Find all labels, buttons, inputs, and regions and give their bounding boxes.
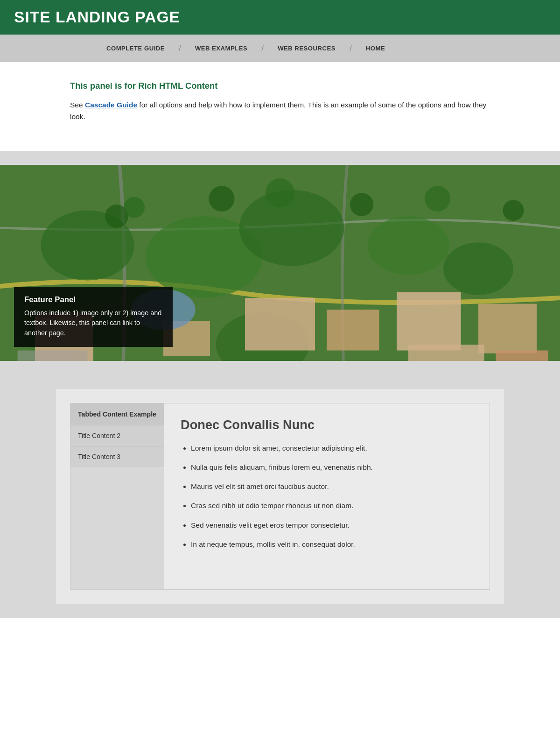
nav-wrapper: COMPLETE GUIDE / WEB EXAMPLES / WEB RESO… [0,35,560,62]
svg-rect-12 [327,310,379,351]
list-item: Sed venenatis velit eget eros tempor con… [191,520,473,530]
tab-item-content-2[interactable]: Title Content 2 [70,425,164,446]
svg-point-26 [503,200,524,221]
nav-divider-2: / [260,43,265,53]
tab-content-title: Donec Convallis Nunc [181,417,473,432]
tab-group-label: Tabbed Content Example [70,403,164,425]
svg-point-24 [350,193,373,216]
list-item: Mauris vel elit sit amet orci faucibus a… [191,481,473,492]
main-content: This panel is for Rich HTML Content See … [56,62,504,151]
list-item: Nulla quis felis aliquam, finibus lorem … [191,462,473,473]
tab-content-list: Lorem ipsum dolor sit amet, consectetur … [181,443,473,550]
rich-panel-text: See Cascade Guide for all options and he… [70,99,490,123]
nav-item-web-examples[interactable]: WEB EXAMPLES [182,35,260,62]
nav-bar: COMPLETE GUIDE / WEB EXAMPLES / WEB RESO… [93,35,467,62]
nav-item-home[interactable]: HOME [353,35,398,62]
tab-sidebar: Tabbed Content Example Title Content 2 T… [70,403,164,589]
feature-panel-body: Options include 1) image only or 2) imag… [24,308,162,339]
tabbed-outer: Tabbed Content Example Title Content 2 T… [56,389,504,604]
svg-rect-15 [408,345,484,361]
feature-panel-title: Feature Panel [24,295,162,304]
nav-divider-1: / [178,43,182,53]
nav-item-web-resources[interactable]: WEB RESOURCES [265,35,349,62]
tabbed-layout: Tabbed Content Example Title Content 2 T… [70,403,490,590]
tabbed-section-outer: Tabbed Content Example Title Content 2 T… [0,375,560,618]
svg-point-25 [425,186,450,212]
site-title: SITE LANDING PAGE [14,8,180,26]
feature-image: Feature Panel Options include 1) image o… [0,165,560,361]
svg-point-5 [443,242,513,295]
svg-rect-18 [18,350,88,361]
cascade-guide-link[interactable]: Cascade Guide [85,101,137,109]
rich-panel-title: This panel is for Rich HTML Content [70,81,490,91]
svg-rect-13 [397,292,461,350]
svg-point-22 [209,186,235,212]
list-item: Lorem ipsum dolor sit amet, consectetur … [191,443,473,453]
nav-divider-3: / [349,43,353,53]
svg-point-23 [266,178,295,207]
feature-outer: Feature Panel Options include 1) image o… [0,151,560,375]
tab-item-content-3[interactable]: Title Content 3 [70,446,164,467]
svg-rect-14 [478,304,537,353]
tab-content-panel: Donec Convallis Nunc Lorem ipsum dolor s… [164,403,490,589]
feature-textbox: Feature Panel Options include 1) image o… [14,287,173,347]
nav-item-complete-guide[interactable]: COMPLETE GUIDE [93,35,178,62]
rich-panel: This panel is for Rich HTML Content See … [70,62,490,151]
feature-section: Feature Panel Options include 1) image o… [0,165,560,361]
list-item: Cras sed nibh ut odio tempor rhoncus ut … [191,500,473,511]
svg-point-21 [124,197,145,218]
svg-point-4 [368,216,449,275]
rich-panel-text-before: See [70,101,85,109]
svg-rect-11 [245,298,315,351]
list-item: In at neque tempus, mollis velit in, con… [191,539,473,550]
svg-rect-16 [496,350,549,361]
site-header: SITE LANDING PAGE [0,0,560,35]
